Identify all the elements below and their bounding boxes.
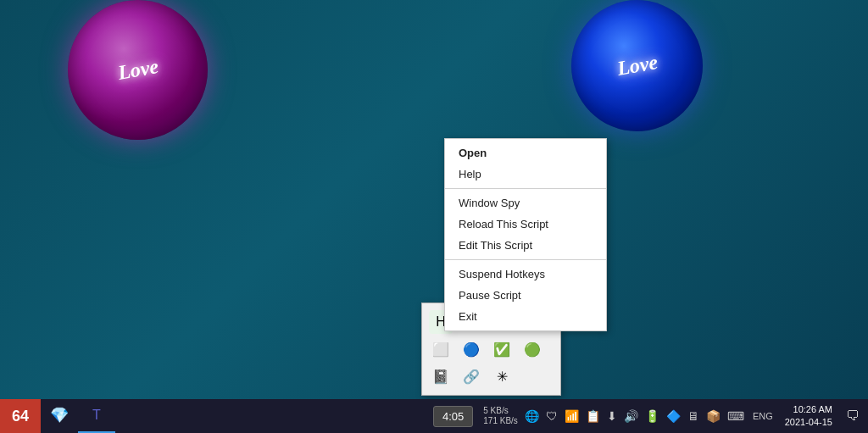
taskbar-teams-icon[interactable]: 📋 xyxy=(584,408,602,425)
dropbox-icon[interactable]: 📦 xyxy=(704,408,722,425)
taskbar-app-ruby[interactable]: 💎 xyxy=(41,399,78,433)
systray: 5 KB/s 171 KB/s 🌐 🛡 📶 📋 ⬇ 🔊 🔋 🔷 🖥 📦 ⌨ EN… xyxy=(480,406,779,426)
notification-icon: 🗨 xyxy=(846,408,860,424)
tray-icon-8[interactable]: 📓 xyxy=(429,364,453,388)
tray-icon-5[interactable]: 🔵 xyxy=(459,337,483,361)
menu-separator xyxy=(445,259,606,260)
bulb-right: Love xyxy=(571,0,724,144)
bulb-left: Love xyxy=(68,0,237,153)
tray-icon-10[interactable]: ✳ xyxy=(490,364,514,388)
timer-button[interactable]: 4:05 xyxy=(433,406,473,427)
menu-item-edit-script[interactable]: Edit This Script xyxy=(445,235,606,256)
display-icon[interactable]: 🖥 xyxy=(686,408,701,425)
clock-date: 2021-04-15 xyxy=(785,416,832,429)
keyboard-icon[interactable]: ⌨ xyxy=(726,408,746,425)
antivirus-icon[interactable]: 🛡 xyxy=(544,408,559,425)
desktop: Love Love OpenHelpWindow SpyReload This … xyxy=(0,0,868,433)
menu-item-exit[interactable]: Exit xyxy=(445,306,606,327)
tray-icon-6[interactable]: ✅ xyxy=(490,337,514,361)
menu-separator xyxy=(445,188,606,189)
notification-button[interactable]: 🗨 xyxy=(837,399,868,433)
clock-time: 10:26 AM xyxy=(793,403,832,416)
tray-icon-4[interactable]: ⬜ xyxy=(429,337,453,361)
menu-item-pause-script[interactable]: Pause Script xyxy=(445,285,606,306)
start-button[interactable]: 64 xyxy=(0,399,41,433)
context-menu: OpenHelpWindow SpyReload This ScriptEdit… xyxy=(444,138,607,331)
menu-item-window-spy[interactable]: Window Spy xyxy=(445,192,606,214)
clock[interactable]: 10:26 AM 2021-04-15 xyxy=(780,403,837,430)
taskbar-app-teams[interactable]: T xyxy=(78,399,115,433)
bulb-right-circle: Love xyxy=(571,0,703,131)
tray-icon-7[interactable]: 🟢 xyxy=(520,337,544,361)
bluetooth-icon[interactable]: 🔷 xyxy=(665,408,682,425)
ruby-icon: 💎 xyxy=(50,406,69,425)
start-icon: 64 xyxy=(12,408,29,425)
network-down: 171 KB/s xyxy=(483,416,518,426)
language-button[interactable]: ENG xyxy=(749,411,776,421)
taskbar: 64 💎 T 4:05 5 KB/s 171 KB/s 🌐 🛡 📶 📋 ⬇ 🔊 … xyxy=(0,399,868,433)
bulb-right-text: Love xyxy=(615,51,659,80)
tray-icon-11[interactable] xyxy=(520,364,544,388)
menu-item-open[interactable]: Open xyxy=(445,142,606,164)
volume-icon[interactable]: 🔊 xyxy=(622,408,640,425)
download-icon[interactable]: ⬇ xyxy=(605,408,619,425)
wifi-icon[interactable]: 📶 xyxy=(563,408,581,425)
teams-icon: T xyxy=(92,408,101,423)
network-up: 5 KB/s xyxy=(483,406,518,416)
tray-icon-9[interactable]: 🔗 xyxy=(459,364,483,388)
menu-item-suspend-hotkeys[interactable]: Suspend Hotkeys xyxy=(445,264,606,285)
network-icon[interactable]: 🌐 xyxy=(523,408,541,425)
bulb-left-text: Love xyxy=(116,55,160,85)
battery-icon[interactable]: 🔋 xyxy=(643,408,661,425)
menu-item-reload-script[interactable]: Reload This Script xyxy=(445,214,606,235)
menu-item-help[interactable]: Help xyxy=(445,164,606,185)
bulb-left-circle: Love xyxy=(68,0,208,140)
network-info: 5 KB/s 171 KB/s xyxy=(483,406,518,426)
